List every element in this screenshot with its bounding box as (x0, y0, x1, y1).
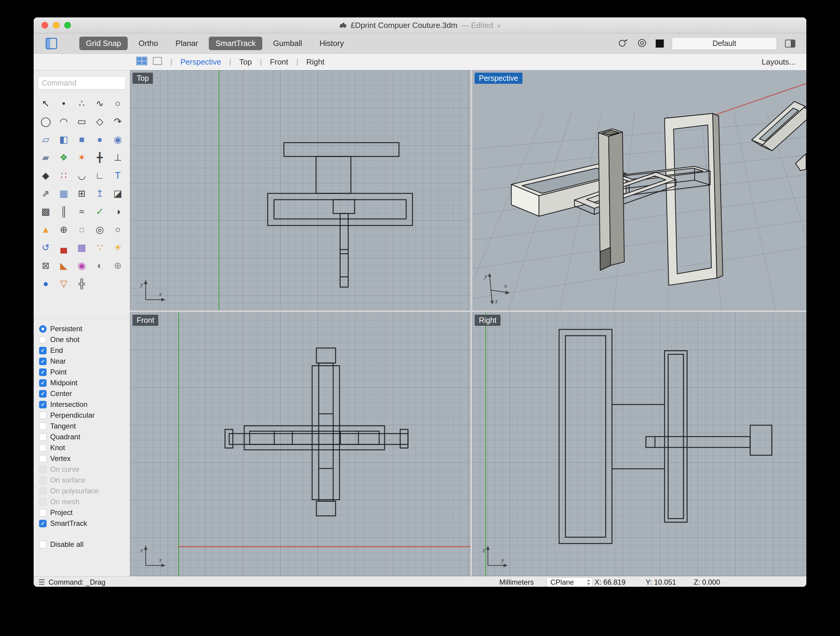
osnap-project[interactable]: Project (34, 507, 130, 518)
rotate-view-icon[interactable]: ↺ (37, 238, 55, 257)
cutting-plane-icon[interactable]: ▰ (37, 148, 55, 166)
toggle-gumball[interactable]: Gumball (267, 37, 309, 50)
concentric-circles-icon[interactable] (636, 37, 648, 50)
curve-icon[interactable]: ∿ (91, 94, 109, 112)
linear-array-icon[interactable]: ║ (55, 202, 73, 220)
viewport-top[interactable]: Top (130, 70, 471, 310)
toggle-planar[interactable]: Planar (169, 37, 205, 50)
rectangle-icon[interactable]: ▭ (73, 112, 91, 130)
viewport-right[interactable]: Right (472, 312, 806, 576)
solid-cylinder-icon[interactable]: ◉ (109, 130, 127, 148)
text-icon[interactable]: T (109, 166, 127, 184)
osnap-on-polysurface[interactable]: On polysurface (34, 486, 130, 496)
osnap-perpendicular[interactable]: Perpendicular (34, 410, 130, 421)
viewport-perspective[interactable]: Perspective (472, 70, 806, 310)
wireframe-sphere-icon[interactable]: ⊕ (109, 257, 127, 274)
align-icon[interactable]: ⊥ (109, 148, 127, 166)
solid-sphere-icon[interactable]: ● (91, 130, 109, 148)
material-sphere-icon[interactable]: ◐ (91, 257, 109, 274)
zoom-window-icon[interactable]: ◎ (91, 220, 109, 238)
osnap-disable-all[interactable]: Disable all (34, 539, 130, 550)
circle-arrow-icon[interactable] (617, 37, 628, 50)
layouts-button[interactable]: Layouts... (762, 57, 796, 67)
move-icon[interactable]: ╋ (91, 148, 109, 166)
command-history-icon[interactable]: ☰ (38, 578, 45, 586)
tab-top[interactable]: Top (221, 57, 252, 67)
osnap-tangent[interactable]: Tangent (34, 421, 130, 431)
ellipse-icon[interactable]: ◯ (37, 112, 55, 130)
circle-icon[interactable]: ○ (109, 94, 127, 112)
command-input[interactable] (38, 76, 126, 90)
check-geometry-icon[interactable]: ✓ (91, 202, 109, 220)
loft-icon[interactable]: ▲ (37, 220, 55, 238)
explode-icon[interactable]: ✶ (73, 148, 91, 166)
array-icon[interactable]: ▦ (55, 184, 73, 202)
osnap-vertex[interactable]: Vertex (34, 453, 130, 464)
copy-icon[interactable]: ⊞ (73, 184, 91, 202)
viewport-front-label[interactable]: Front (133, 315, 158, 326)
solid-wedge-icon[interactable]: ◣ (55, 257, 73, 274)
osnap-center[interactable]: Center (34, 388, 130, 399)
mesh-tools-icon[interactable]: ▦ (73, 238, 91, 257)
shaded-view-icon[interactable]: ◑ (109, 202, 127, 220)
arc-icon[interactable]: ◠ (55, 112, 73, 130)
osnap-on-surface[interactable]: On surface (34, 475, 130, 486)
toggle-smarttrack[interactable]: SmartTrack (209, 37, 262, 50)
toggle-grid-snap[interactable]: Grid Snap (79, 37, 128, 50)
extrude-icon[interactable]: ↥ (91, 184, 109, 202)
zoom-out-icon[interactable]: ○ (109, 220, 127, 238)
solid-box-icon[interactable]: ■ (73, 130, 91, 148)
curve-tools-icon[interactable]: ↷ (109, 112, 127, 130)
viewport-right-label[interactable]: Right (475, 315, 501, 326)
analyze-points-icon[interactable]: ∵ (91, 238, 109, 257)
tab-perspective[interactable]: Perspective (162, 57, 221, 67)
flow-along-curve-icon[interactable]: ≈ (73, 202, 91, 220)
fillet-icon[interactable]: ∟ (91, 166, 109, 184)
viewport-front[interactable]: Front (130, 312, 471, 576)
four-viewport-layout-icon[interactable] (136, 57, 147, 67)
point-icon[interactable]: • (55, 94, 73, 112)
display-mode-select[interactable]: Default (672, 37, 777, 50)
tab-front[interactable]: Front (252, 57, 288, 67)
surface-corner-icon[interactable]: ◧ (55, 130, 73, 148)
viewport-top-label[interactable]: Top (133, 72, 153, 84)
plugins-puzzle-icon[interactable]: ❖ (55, 148, 73, 166)
tab-right[interactable]: Right (288, 57, 324, 67)
grid-array-icon[interactable]: ▩ (37, 202, 55, 220)
select-pointer-icon[interactable]: ↖ (37, 94, 55, 112)
polygon-icon[interactable]: ◇ (91, 112, 109, 130)
right-panel-toggle-icon[interactable] (785, 39, 796, 48)
osnap-smarttrack[interactable]: SmartTrack (34, 518, 130, 529)
block-structure-icon[interactable]: ╬ (73, 274, 91, 293)
osnap-point[interactable]: Point (34, 367, 130, 378)
zoom-selected-icon[interactable]: ◌ (73, 220, 91, 238)
earth-sphere-icon[interactable]: ● (37, 274, 55, 293)
surface-plane-icon[interactable]: ▱ (37, 130, 55, 148)
osnap-knot[interactable]: Knot (34, 442, 130, 453)
osnap-midpoint[interactable]: Midpoint (34, 378, 130, 388)
osnap-quadrant[interactable]: Quadrant (34, 431, 130, 442)
osnap-mode-persistent[interactable]: Persistent (34, 323, 130, 334)
chevron-down-icon[interactable]: ∨ (497, 22, 501, 29)
units-label[interactable]: Millimeters (499, 578, 534, 586)
title-bar[interactable]: £Dprint Compuer Couture.3dm — Edited ∨ (34, 17, 806, 33)
osnap-intersection[interactable]: Intersection (34, 399, 130, 410)
osnap-end[interactable]: End (34, 345, 130, 356)
hatch-icon[interactable]: ◪ (109, 184, 127, 202)
left-sidebar-toggle-icon[interactable] (46, 38, 57, 49)
scale-icon[interactable]: ⇗ (37, 184, 55, 202)
lock-icon[interactable]: ⊠ (37, 257, 55, 274)
toggle-history[interactable]: History (313, 37, 350, 50)
osnap-on-curve[interactable]: On curve (34, 464, 130, 475)
point-group-icon[interactable]: ∷ (55, 166, 73, 184)
color-wheel-icon[interactable]: ◉ (73, 257, 91, 274)
curve-from-objects-icon[interactable]: ◡ (73, 166, 91, 184)
cplane-select[interactable]: CPlane (546, 578, 593, 587)
zoom-extents-icon[interactable]: ⊕ (55, 220, 73, 238)
viewport-perspective-label[interactable]: Perspective (475, 72, 523, 84)
render-car-icon[interactable]: ▄ (55, 238, 73, 257)
boolean-union-icon[interactable]: ◆ (37, 166, 55, 184)
render-light-icon[interactable]: ☀ (109, 238, 127, 257)
edited-indicator[interactable]: — Edited (461, 21, 493, 30)
cone-icon[interactable]: ▽ (55, 274, 73, 293)
